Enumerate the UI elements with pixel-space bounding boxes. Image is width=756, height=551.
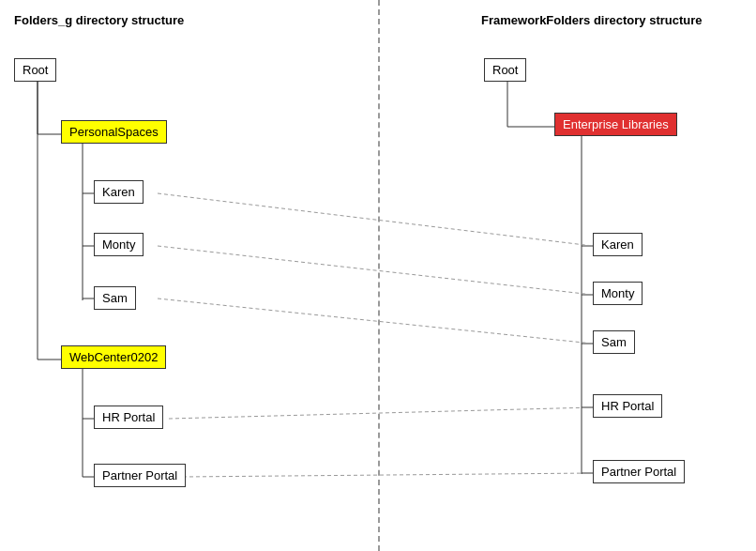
svg-line-19 (158, 193, 593, 246)
enterprise-libraries-node: Enterprise Libraries (554, 113, 677, 136)
left-panel-title: Folders_g directory structure (14, 13, 184, 27)
left-hr-portal-node: HR Portal (94, 406, 163, 429)
right-sam-node: Sam (593, 330, 635, 354)
svg-line-21 (158, 298, 593, 344)
left-partner-portal-node: Partner Portal (94, 464, 186, 487)
right-panel-title: FrameworkFolders directory structure (481, 13, 703, 27)
svg-line-23 (183, 473, 593, 477)
left-sam-node: Sam (94, 286, 136, 310)
panel-divider (378, 0, 380, 551)
right-monty-node: Monty (593, 282, 643, 305)
personal-spaces-node: PersonalSpaces (61, 120, 167, 144)
svg-line-20 (158, 246, 593, 295)
right-root-node: Root (484, 58, 526, 82)
svg-line-22 (169, 407, 593, 419)
left-karen-node: Karen (94, 180, 144, 204)
right-hr-portal-node: HR Portal (593, 394, 662, 418)
left-root-node: Root (14, 58, 56, 82)
right-partner-portal-node: Partner Portal (593, 460, 685, 483)
right-karen-node: Karen (593, 233, 643, 256)
left-monty-node: Monty (94, 233, 144, 256)
webcenter-node: WebCenter0202 (61, 345, 166, 369)
